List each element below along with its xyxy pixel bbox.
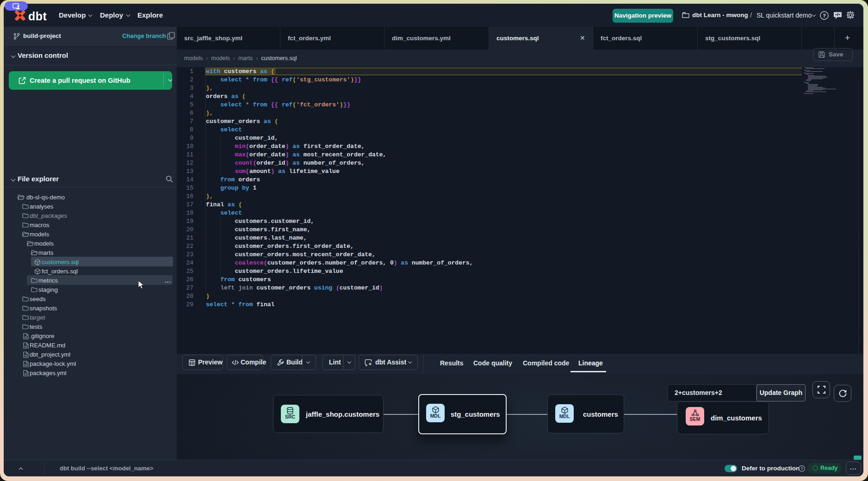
svg-text:?: ? xyxy=(823,13,826,18)
svg-text:?: ? xyxy=(800,466,803,471)
